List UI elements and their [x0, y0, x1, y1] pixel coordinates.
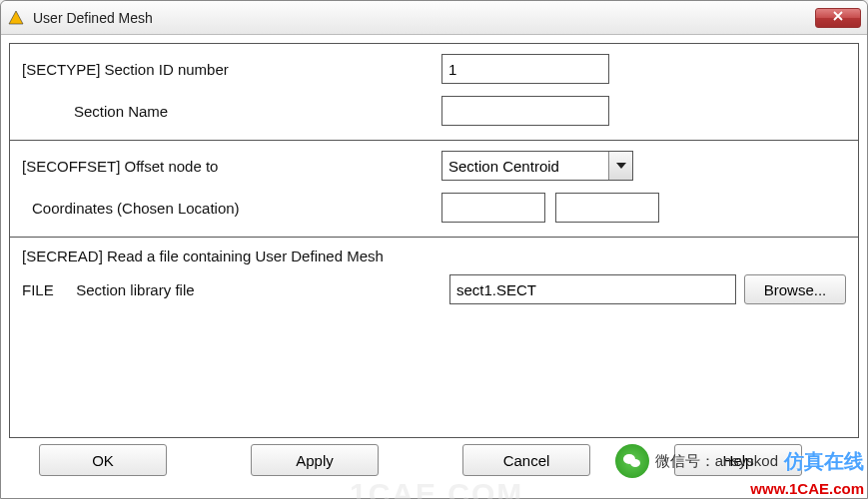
apply-button[interactable]: Apply [251, 444, 379, 476]
offset-select-value: Section Centroid [442, 158, 608, 175]
titlebar: User Defined Mesh [1, 1, 867, 35]
button-row: OK Apply Cancel Help [9, 438, 859, 490]
window-title: User Defined Mesh [33, 10, 153, 26]
file-key: FILE [22, 281, 72, 298]
close-icon [832, 10, 844, 25]
main-frame: [SECTYPE] Section ID number Section Name… [9, 43, 859, 438]
offset-select[interactable]: Section Centroid [441, 151, 633, 181]
coord-x-input[interactable] [441, 193, 545, 223]
file-label: Section library file [76, 281, 194, 298]
section-library-file-input[interactable] [449, 274, 736, 304]
help-button[interactable]: Help [674, 444, 802, 476]
sectype-section: [SECTYPE] Section ID number Section Name [10, 44, 858, 141]
coord-y-input[interactable] [555, 193, 659, 223]
sectype-label: [SECTYPE] Section ID number [22, 61, 441, 78]
ok-button[interactable]: OK [39, 444, 167, 476]
app-icon [7, 9, 25, 27]
section-name-input[interactable] [441, 96, 609, 126]
svg-marker-0 [9, 11, 23, 24]
dialog-window: User Defined Mesh [SECTYPE] Section ID n… [0, 0, 868, 499]
content-area: [SECTYPE] Section ID number Section Name… [1, 35, 867, 498]
close-button[interactable] [815, 8, 861, 28]
offset-label: [SECOFFSET] Offset node to [22, 158, 441, 175]
coord-label: Coordinates (Chosen Location) [22, 200, 441, 217]
cancel-button[interactable]: Cancel [462, 444, 590, 476]
secoffset-section: [SECOFFSET] Offset node to Section Centr… [10, 141, 858, 238]
secread-header: [SECREAD] Read a file containing User De… [22, 248, 846, 264]
secread-section: [SECREAD] Read a file containing User De… [10, 238, 858, 437]
section-name-label: Section Name [22, 103, 441, 120]
browse-button[interactable]: Browse... [744, 274, 846, 304]
section-id-input[interactable] [441, 54, 609, 84]
chevron-down-icon [608, 152, 632, 180]
svg-marker-1 [616, 163, 626, 169]
